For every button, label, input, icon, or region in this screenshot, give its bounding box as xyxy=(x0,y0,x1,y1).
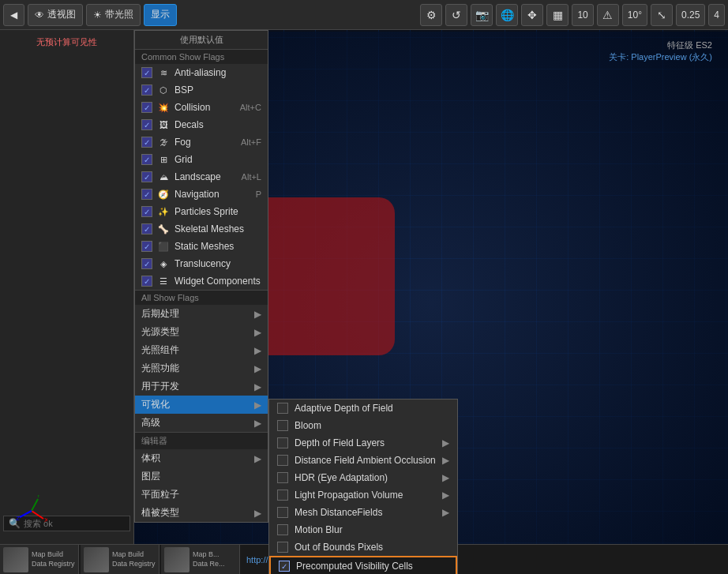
svg-text:Y: Y xyxy=(36,495,41,499)
scale-value: 0.25 xyxy=(676,4,705,26)
thumb-item-2[interactable]: Map BuildData Registry xyxy=(81,545,159,575)
menu-item-postprocess[interactable]: 后期处理 ▶ xyxy=(135,305,268,323)
icon-particles: ✨ xyxy=(157,205,170,218)
menu-item-translucency[interactable]: ✓ ◈ Translucency xyxy=(135,255,268,272)
arrow-vegetation: ▶ xyxy=(254,508,261,519)
no-precompute-label: 无预计算可见性 xyxy=(0,30,133,54)
lighting-button[interactable]: ☀ 带光照 xyxy=(86,4,141,26)
thumb-text-1: Map Build Data Registry xyxy=(32,550,75,568)
visualize-submenu: Adaptive Depth of Field Bloom Depth of F… xyxy=(268,399,458,574)
thumb-text-3: Map B...Data Re... xyxy=(193,550,225,568)
grid-icon-btn[interactable]: ▦ xyxy=(546,4,569,26)
submenu-mesh-df[interactable]: Mesh DistanceFields ▶ xyxy=(269,504,457,521)
submenu-bloom[interactable]: Bloom xyxy=(269,417,457,434)
submenu-motion-blur[interactable]: Motion Blur xyxy=(269,521,457,538)
menu-item-visualize[interactable]: 可视化 ▶ xyxy=(135,396,268,414)
main-toolbar: ◀ 👁 透视图 ☀ 带光照 显示 ⚙ ↺ 📷 🌐 ✥ ▦ 10 ⚠ 10° ⤡ … xyxy=(0,0,728,30)
display-button[interactable]: 显示 xyxy=(144,4,177,26)
menu-item-lightfunc[interactable]: 光照功能 ▶ xyxy=(135,359,268,377)
move-icon-btn[interactable]: ✥ xyxy=(521,4,543,26)
menu-item-flatparticle[interactable]: 平面粒子 xyxy=(135,486,268,504)
submenu-distance-ao[interactable]: Distance Field Ambient Occlusion ▶ xyxy=(269,452,457,469)
icon-bsp: ⬡ xyxy=(157,84,170,96)
menu-item-skeletal[interactable]: ✓ 🦴 Skeletal Meshes xyxy=(135,220,268,238)
globe-icon-btn[interactable]: 🌐 xyxy=(496,4,518,26)
menu-item-layer[interactable]: 图层 xyxy=(135,467,268,486)
perspective-button[interactable]: 👁 透视图 xyxy=(28,4,83,26)
submenu-precomputed[interactable]: ✓ Precomputed Visibility Cells xyxy=(269,556,457,574)
editor-header: 编辑器 xyxy=(135,432,268,449)
check-grid: ✓ xyxy=(141,154,152,165)
arrow-dof-layers: ▶ xyxy=(442,437,449,448)
menu-item-navigation[interactable]: ✓ 🧭 Navigation P xyxy=(135,186,268,203)
submenu-lpv[interactable]: Light Propagation Volume ▶ xyxy=(269,486,457,504)
warn-icon-btn[interactable]: ⚠ xyxy=(597,4,619,26)
check-staticmeshes: ✓ xyxy=(141,241,152,252)
menu-item-advanced[interactable]: 高级 ▶ xyxy=(135,414,268,432)
arrow-mesh-df: ▶ xyxy=(442,507,449,518)
submenu-adaptive-dof[interactable]: Adaptive Depth of Field xyxy=(269,400,457,417)
menu-item-fordev[interactable]: 用于开发 ▶ xyxy=(135,377,268,396)
use-default-button[interactable]: 使用默认值 xyxy=(135,31,268,49)
svg-line-4 xyxy=(20,511,32,517)
arrow-lightcomp: ▶ xyxy=(254,345,261,356)
check-antialiasing: ✓ xyxy=(141,67,152,78)
menu-item-lightcomp[interactable]: 光照组件 ▶ xyxy=(135,341,268,359)
thumb-icon-3 xyxy=(164,547,190,572)
axes-indicator: X Y Z xyxy=(16,495,47,527)
submenu-dof-layers[interactable]: Depth of Field Layers ▶ xyxy=(269,434,457,452)
feature-level: 特征级 ES2 xyxy=(609,39,712,51)
submenu-hdr[interactable]: HDR (Eye Adaptation) ▶ xyxy=(269,469,457,486)
svg-text:Z: Z xyxy=(16,515,20,522)
snap-number: 10 xyxy=(572,4,593,26)
check-lpv xyxy=(277,490,288,501)
level-name: 关卡: PlayerPreview (永久) xyxy=(609,51,712,63)
arrow-visualize: ▶ xyxy=(254,400,261,411)
menu-item-grid[interactable]: ✓ ⊞ Grid xyxy=(135,151,268,168)
icon-grid: ⊞ xyxy=(157,153,170,166)
menu-item-bsp[interactable]: ✓ ⬡ BSP xyxy=(135,81,268,99)
menu-item-particles[interactable]: ✓ ✨ Particles Sprite xyxy=(135,203,268,220)
submenu-out-of-bounds[interactable]: Out of Bounds Pixels xyxy=(269,538,457,556)
arrow-advanced: ▶ xyxy=(254,418,261,429)
arrow-fordev: ▶ xyxy=(254,381,261,392)
menu-item-landscape[interactable]: ✓ ⛰ Landscape Alt+L xyxy=(135,168,268,186)
menu-item-widget[interactable]: ✓ ☰ Widget Components xyxy=(135,272,268,290)
check-motion-blur xyxy=(277,524,288,535)
icon-skeletal: 🦴 xyxy=(157,223,170,235)
menu-item-decals[interactable]: ✓ 🖼 Decals xyxy=(135,116,268,133)
scale-icon-btn[interactable]: ⤡ xyxy=(651,4,673,26)
menu-item-lighttypes[interactable]: 光源类型 ▶ xyxy=(135,323,268,341)
check-out-of-bounds xyxy=(277,542,288,553)
menu-item-staticmeshes[interactable]: ✓ ⬛ Static Meshes xyxy=(135,238,268,255)
refresh-icon-btn[interactable]: ↺ xyxy=(445,4,467,26)
check-mesh-df xyxy=(277,507,288,518)
settings-icon-btn[interactable]: ⚙ xyxy=(420,4,442,26)
menu-item-antialiasing[interactable]: ✓ ≋ Anti-aliasing xyxy=(135,64,268,81)
angle-value: 10° xyxy=(622,4,647,26)
check-collision: ✓ xyxy=(141,102,152,113)
arrow-lighttypes: ▶ xyxy=(254,327,261,338)
check-skeletal: ✓ xyxy=(141,223,152,234)
menu-item-volume[interactable]: 体积 ▶ xyxy=(135,449,268,467)
arrow-lpv: ▶ xyxy=(442,490,449,501)
menu-item-vegetation[interactable]: 植被类型 ▶ xyxy=(135,504,268,522)
check-decals: ✓ xyxy=(141,119,152,130)
thumb-icon-2 xyxy=(84,547,109,572)
menu-item-collision[interactable]: ✓ 💥 Collision Alt+C xyxy=(135,99,268,116)
check-translucency: ✓ xyxy=(141,258,152,269)
back-button[interactable]: ◀ xyxy=(3,4,24,26)
thumb-item-3[interactable]: Map B...Data Re... xyxy=(161,545,240,575)
check-bsp: ✓ xyxy=(141,84,152,96)
check-widget: ✓ xyxy=(141,276,152,287)
check-navigation: ✓ xyxy=(141,189,152,200)
check-particles: ✓ xyxy=(141,206,152,217)
check-landscape: ✓ xyxy=(141,171,152,182)
thumb-item-1[interactable]: Map Build Data Registry xyxy=(0,545,79,575)
icon-widget: ☰ xyxy=(157,275,170,287)
thumb-text-2: Map BuildData Registry xyxy=(112,550,156,568)
check-precomputed: ✓ xyxy=(279,561,290,572)
arrow-lightfunc: ▶ xyxy=(254,363,261,374)
menu-item-fog[interactable]: ✓ 🌫 Fog Alt+F xyxy=(135,133,268,151)
camera-icon-btn[interactable]: 📷 xyxy=(471,4,493,26)
